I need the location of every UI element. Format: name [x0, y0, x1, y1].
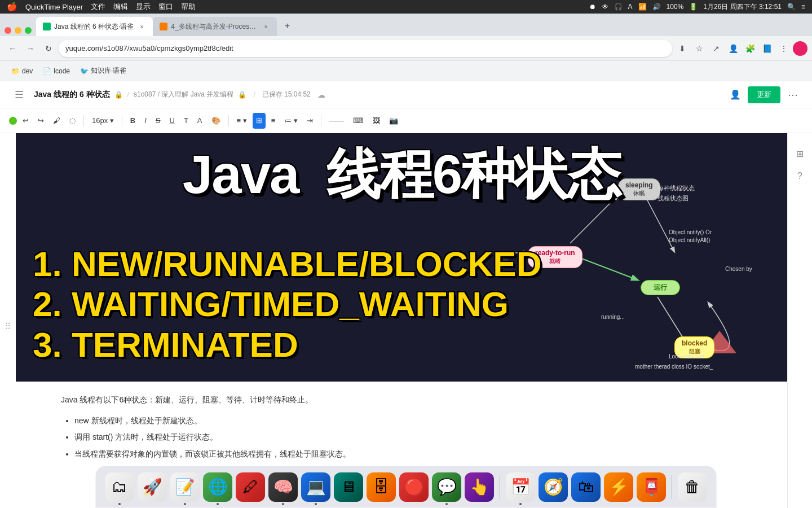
item-line-2: 2. WAITING/TIMED_WAITING — [33, 284, 541, 324]
big-title-overlay: Java 线程6种状态 — [16, 144, 787, 204]
redis-icon: 🔴 — [404, 478, 424, 496]
bookmark-yuque-icon: 🐦 — [80, 67, 89, 75]
extension-icon[interactable]: 🧩 — [742, 41, 758, 56]
chrome-icon: 🌐 — [208, 478, 228, 496]
menu-quicktime[interactable]: QuickTime Player — [25, 3, 83, 11]
bookmark-lcode[interactable]: 📄 lcode — [38, 65, 74, 77]
doc-content[interactable]: Java 线程6种状态 1. NEW/RUNNABLE/BLOCKED 2. W… — [16, 133, 787, 508]
profile-icon[interactable]: 👤 — [725, 41, 741, 56]
intellij-icon: 🧠 — [273, 478, 293, 496]
hr-button[interactable]: —— — [326, 113, 347, 129]
dock-inkscape[interactable]: 🖊 — [236, 472, 265, 502]
recording-icon: ⏺ — [589, 3, 596, 11]
new-tab-button[interactable]: + — [279, 18, 295, 34]
more-options-button[interactable]: ⋯ — [785, 87, 801, 103]
cloud-icon: ☁ — [317, 90, 325, 99]
subscript-button[interactable]: T — [180, 113, 192, 129]
font-color-button[interactable]: A — [194, 113, 206, 129]
share-icon[interactable]: ↗ — [708, 41, 724, 56]
dock-chrome[interactable]: 🌐 — [203, 472, 232, 502]
dock-trash[interactable]: 🗑 — [678, 472, 707, 502]
download-icon[interactable]: ⬇ — [674, 41, 690, 56]
dock-spark[interactable]: ⚡ — [604, 472, 633, 502]
back-button[interactable]: ← — [5, 41, 20, 56]
bookmark-yuque[interactable]: 🐦 知识库·语雀 — [76, 64, 131, 78]
minimize-btn[interactable] — [15, 27, 21, 34]
toolbar-divider-3 — [228, 115, 229, 126]
maximize-btn[interactable] — [25, 27, 32, 34]
apple-menu[interactable]: 🍎 — [7, 2, 17, 12]
dock-safari[interactable]: 🧭 — [539, 472, 568, 502]
highlight-button[interactable]: 🎨 — [208, 113, 224, 129]
refresh-button[interactable]: ↻ — [41, 41, 56, 56]
svg-line-4 — [657, 297, 686, 342]
dock-intellij[interactable]: 🧠 — [268, 472, 298, 502]
italic-button[interactable]: I — [141, 113, 150, 129]
close-window-btn[interactable] — [5, 27, 11, 34]
more-icon[interactable]: ⋮ — [776, 41, 792, 56]
breadcrumb-lock-icon: 🔒 — [238, 91, 246, 99]
bullet-item-3: 当线程需要获得对象的内置锁，而该锁正被其他线程拥有，线程处于阻塞状态。 — [74, 447, 742, 461]
dock-postman[interactable]: 📮 — [637, 472, 666, 502]
code-button[interactable]: ⌨ — [350, 113, 367, 129]
bullet-item-2: 调用 start() 方法时，线程处于运行状态。 — [74, 430, 742, 444]
menu-file[interactable]: 文件 — [91, 2, 105, 12]
sidebar-handle[interactable]: ⠿ — [0, 133, 16, 508]
user-avatar[interactable] — [793, 41, 807, 56]
format-brush[interactable]: 🖌 — [50, 113, 64, 129]
dock-finder[interactable]: 🗂 — [105, 472, 134, 502]
text-format-button[interactable]: ≡ — [268, 113, 279, 129]
tab-processon[interactable]: 4_多线程与高并发-ProcessOn × — [153, 17, 277, 36]
dock-cursor[interactable]: 👆 — [465, 472, 494, 502]
align-button[interactable]: ≡ ▾ — [233, 113, 250, 129]
address-input[interactable] — [59, 40, 672, 57]
dock-separator-2 — [672, 475, 672, 500]
control-center-icon[interactable]: ≡ — [801, 3, 805, 11]
dock-calendar[interactable]: 📅 — [506, 472, 535, 502]
menu-edit[interactable]: 编辑 — [113, 2, 128, 12]
mm-text-6: running... — [601, 314, 625, 320]
dock-redis[interactable]: 🔴 — [399, 472, 429, 502]
mm-text-7: Lock obtained — [669, 353, 704, 360]
dock-iterm[interactable]: 🖥 — [334, 472, 363, 502]
underline-button[interactable]: U — [166, 113, 178, 129]
search-icon[interactable]: 🔍 — [787, 3, 796, 11]
tab-favicon-1 — [43, 23, 51, 30]
dock-textedit[interactable]: 📝 — [170, 472, 200, 502]
tab-close-1[interactable]: × — [137, 22, 146, 31]
indent-button[interactable]: ⇥ — [303, 113, 316, 129]
menu-help[interactable]: 帮助 — [181, 2, 196, 12]
clear-format[interactable]: ◌ — [66, 113, 79, 129]
update-button[interactable]: 更新 — [748, 86, 780, 103]
share-doc-icon[interactable]: 👤 — [727, 87, 743, 103]
rpanel-help-icon[interactable]: ? — [791, 167, 809, 185]
dock-launchpad[interactable]: 🚀 — [138, 472, 167, 502]
dock-dbapp[interactable]: 🗄 — [367, 472, 396, 502]
tab-close-2[interactable]: × — [261, 22, 270, 31]
menu-window[interactable]: 窗口 — [158, 2, 173, 12]
image-button[interactable]: 🖼 — [369, 113, 383, 129]
mm-text-5: Chosen by — [725, 266, 752, 272]
undo-button[interactable]: ↩ — [19, 113, 32, 129]
redo-button[interactable]: ↪ — [34, 113, 47, 129]
dock: 🗂 🚀 📝 🌐 🖊 🧠 💻 🖥 🗄 🔴 💬 👆 📅 — [95, 466, 717, 508]
sidebar-toggle[interactable]: ☰ — [11, 87, 27, 103]
list-button[interactable]: ≔ ▾ — [281, 113, 301, 129]
yuque-ext-icon[interactable]: 📘 — [759, 41, 775, 56]
status-dot — [9, 117, 17, 125]
bold-button[interactable]: B — [127, 113, 139, 129]
strikethrough-button[interactable]: S — [152, 113, 164, 129]
dock-appstore[interactable]: 🛍 — [571, 472, 601, 502]
forward-button[interactable]: → — [23, 41, 38, 56]
camera-button[interactable]: 📷 — [386, 113, 401, 129]
bookmark-icon[interactable]: ☆ — [691, 41, 707, 56]
block-format-button[interactable]: ⊞ — [253, 113, 266, 129]
tab-yuque[interactable]: Java 线程的 6 种状态·语雀 × — [36, 17, 153, 36]
menu-view[interactable]: 显示 — [136, 2, 151, 12]
dock-wechat[interactable]: 💬 — [432, 472, 461, 502]
inkscape-icon: 🖊 — [242, 478, 258, 496]
dock-vscode[interactable]: 💻 — [301, 472, 330, 502]
rpanel-table-icon[interactable]: ⊞ — [791, 144, 809, 163]
bookmark-dev[interactable]: 📁 dev — [7, 65, 37, 77]
font-size-selector[interactable]: 16px ▾ — [89, 113, 117, 129]
